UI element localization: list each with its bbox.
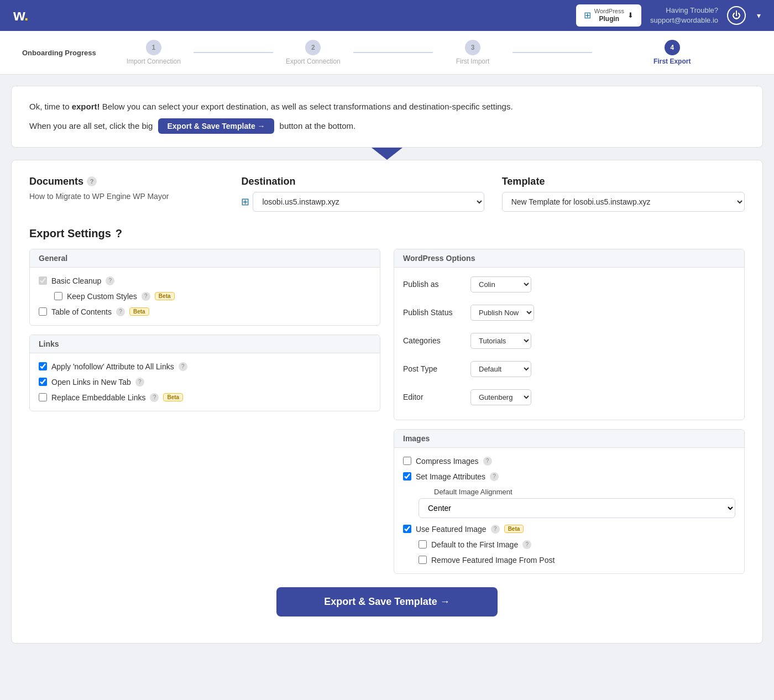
settings-grid: General Basic Cleanup ? Keep Custom Styl…: [29, 249, 745, 574]
post-type-row: Post Type Default: [403, 361, 735, 377]
template-title: Template: [502, 176, 745, 187]
keep-custom-styles-checkbox[interactable]: [54, 292, 62, 300]
images-body: Compress Images ? Set Image Attributes ?…: [394, 448, 744, 573]
destination-select[interactable]: losobi.us5.instawp.xyz: [253, 192, 484, 212]
step-name-1: Import Connection: [127, 58, 181, 65]
wordpress-options-header: WordPress Options: [394, 249, 744, 268]
featured-image-label: Use Featured Image: [416, 525, 487, 534]
download-icon: ⬇: [627, 11, 634, 19]
keep-custom-styles-beta-badge: Beta: [155, 292, 175, 300]
step-first-export: 4 First Export: [592, 40, 752, 65]
basic-cleanup-checkbox[interactable]: [39, 276, 47, 285]
header: w. ⊞ WordPress Plugin ⬇ Having Trouble? …: [0, 0, 774, 31]
default-first-image-row: Default to the First Image ?: [419, 540, 735, 549]
publish-status-label: Publish Status: [403, 308, 464, 317]
template-section: Template New Template for losobi.us5.ins…: [502, 176, 745, 212]
editor-select[interactable]: Gutenberg Classic: [470, 389, 531, 405]
step-import-connection: 1 Import Connection: [114, 40, 274, 65]
new-tab-help-icon[interactable]: ?: [135, 378, 144, 386]
top-row: Documents ? How to Migrate to WP Engine …: [29, 176, 745, 212]
step-circle-3: 3: [465, 40, 480, 55]
wp-plugin-label: WordPress Plugin: [594, 8, 624, 23]
nofollow-row: Apply 'nofollow' Attribute to All Links …: [39, 362, 371, 371]
table-of-contents-checkbox[interactable]: [39, 307, 47, 316]
default-first-image-checkbox[interactable]: [419, 540, 427, 548]
featured-image-beta-badge: Beta: [504, 525, 524, 533]
step-name-4: First Export: [653, 58, 691, 65]
nofollow-checkbox[interactable]: [39, 362, 47, 370]
set-image-attrs-label: Set Image Attributes: [416, 472, 485, 481]
embeddable-checkbox[interactable]: [39, 393, 47, 401]
export-settings-help-icon[interactable]: ?: [116, 227, 122, 240]
step-circle-4: 4: [665, 40, 680, 55]
compress-images-label: Compress Images: [416, 457, 479, 466]
post-type-label: Post Type: [403, 364, 464, 373]
publish-status-row: Publish Status Publish Now Draft: [403, 305, 735, 321]
power-button[interactable]: ⏻: [727, 6, 746, 25]
publish-as-row: Publish as Colin: [403, 276, 735, 292]
documents-title: Documents ?: [29, 176, 223, 187]
featured-image-help-icon[interactable]: ?: [491, 525, 500, 534]
footer-btn-wrap: Export & Save Template →: [29, 574, 745, 625]
export-settings-title: Export Settings ?: [29, 227, 745, 240]
keep-custom-styles-label: Keep Custom Styles: [67, 292, 137, 301]
step-first-import: 3 First Import: [433, 40, 593, 65]
categories-select[interactable]: Tutorials: [470, 333, 531, 349]
compress-images-help-icon[interactable]: ?: [483, 457, 492, 466]
documents-help-icon[interactable]: ?: [87, 176, 97, 186]
main-content: Documents ? How to Migrate to WP Engine …: [11, 160, 763, 644]
export-save-template-inline-button[interactable]: Export & Save Template →: [158, 118, 274, 134]
wordpress-options-card: WordPress Options Publish as Colin Publi…: [394, 249, 745, 420]
alignment-select[interactable]: Center Left Right None: [419, 498, 735, 518]
step-name-3: First Import: [456, 58, 490, 65]
step-line-2: [353, 52, 433, 53]
new-tab-checkbox[interactable]: [39, 378, 47, 386]
post-type-select[interactable]: Default: [470, 361, 531, 377]
remove-featured-image-row: Remove Featured Image From Post: [419, 556, 735, 565]
export-save-template-button[interactable]: Export & Save Template →: [276, 587, 498, 617]
publish-status-select[interactable]: Publish Now Draft: [470, 305, 534, 321]
remove-featured-image-checkbox[interactable]: [419, 556, 427, 564]
wp-dest-icon: ⊞: [241, 196, 249, 208]
set-image-attrs-help-icon[interactable]: ?: [490, 472, 499, 481]
arrow-indicator: [11, 148, 763, 160]
images-card: Images Compress Images ? Set Image Attri…: [394, 429, 745, 574]
set-image-attrs-row: Set Image Attributes ?: [403, 472, 735, 481]
wordpress-options-body: Publish as Colin Publish Status Publish …: [394, 268, 744, 420]
settings-right: WordPress Options Publish as Colin Publi…: [394, 249, 745, 574]
header-right: ⊞ WordPress Plugin ⬇ Having Trouble? sup…: [576, 4, 761, 27]
chevron-down-icon[interactable]: ▾: [757, 11, 761, 20]
keep-custom-styles-help-icon[interactable]: ?: [142, 292, 150, 301]
compress-images-checkbox[interactable]: [403, 457, 411, 465]
publish-as-select[interactable]: Colin: [470, 276, 531, 292]
basic-cleanup-help-icon[interactable]: ?: [106, 276, 114, 285]
step-circle-1: 1: [146, 40, 161, 55]
basic-cleanup-label: Basic Cleanup: [51, 276, 101, 285]
progress-bar: Onboarding Progress 1 Import Connection …: [0, 31, 774, 75]
nofollow-help-icon[interactable]: ?: [179, 362, 187, 371]
embeddable-label: Replace Embeddable Links: [51, 393, 145, 402]
align-label: Default Image Alignment: [434, 488, 735, 496]
set-image-attrs-checkbox[interactable]: [403, 472, 411, 480]
featured-image-row: Use Featured Image ? Beta: [403, 525, 735, 534]
wp-plugin-button[interactable]: ⊞ WordPress Plugin ⬇: [576, 4, 641, 27]
keep-custom-styles-row: Keep Custom Styles ? Beta: [54, 292, 371, 301]
template-select[interactable]: New Template for losobi.us5.instawp.xyz: [502, 192, 745, 212]
step-line-1: [194, 52, 273, 53]
document-name: How to Migrate to WP Engine WP Mayor: [29, 192, 223, 201]
trouble-text: Having Trouble? support@wordable.io: [650, 6, 718, 25]
destination-select-wrap: ⊞ losobi.us5.instawp.xyz: [241, 192, 484, 212]
categories-row: Categories Tutorials: [403, 333, 735, 349]
links-header: Links: [30, 335, 380, 353]
featured-image-checkbox[interactable]: [403, 525, 411, 533]
remove-featured-image-label: Remove Featured Image From Post: [431, 556, 555, 565]
links-card: Links Apply 'nofollow' Attribute to All …: [29, 335, 380, 411]
step-export-connection: 2 Export Connection: [273, 40, 433, 65]
default-first-image-help-icon[interactable]: ?: [522, 540, 531, 549]
embeddable-help-icon[interactable]: ?: [150, 393, 159, 402]
settings-left: General Basic Cleanup ? Keep Custom Styl…: [29, 249, 380, 574]
embeddable-beta-badge: Beta: [163, 393, 183, 401]
table-of-contents-label: Table of Contents: [51, 307, 112, 316]
table-of-contents-help-icon[interactable]: ?: [116, 307, 125, 316]
wordpress-icon: ⊞: [584, 10, 591, 20]
